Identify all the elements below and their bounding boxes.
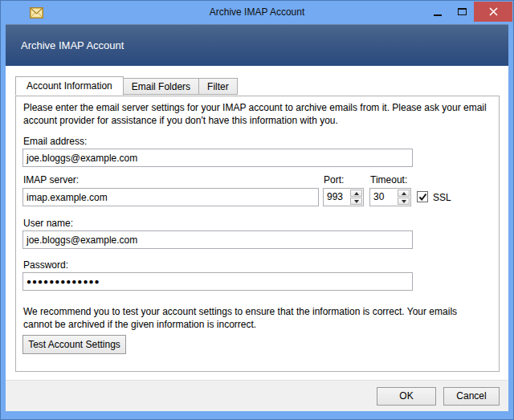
email-address-label: Email address: bbox=[23, 136, 87, 147]
dialog-content: Archive IMAP Account Account Information… bbox=[6, 24, 508, 411]
maximize-icon bbox=[458, 8, 467, 15]
port-spin-down-button[interactable] bbox=[350, 198, 362, 205]
port-spin-buttons bbox=[350, 190, 362, 205]
imap-server-input[interactable] bbox=[22, 188, 319, 206]
tab-filter[interactable]: Filter bbox=[198, 78, 238, 95]
dialog-header-title: Archive IMAP Account bbox=[21, 39, 124, 51]
password-label: Password: bbox=[23, 259, 68, 271]
user-name-input[interactable] bbox=[22, 230, 413, 249]
dialog-window: Archive IMAP Account Archive IMAP Accoun… bbox=[0, 0, 514, 420]
titlebar[interactable]: Archive IMAP Account bbox=[1, 1, 513, 24]
port-label: Port: bbox=[324, 174, 344, 186]
recommendation-text: We recommend you to test your account se… bbox=[23, 305, 487, 331]
timeout-spin-up-button[interactable] bbox=[398, 190, 410, 197]
ok-button[interactable]: OK bbox=[377, 387, 436, 406]
dialog-header-banner: Archive IMAP Account bbox=[6, 24, 508, 66]
dialog-footer: OK Cancel bbox=[6, 380, 508, 411]
dialog-body: Account Information Email Folders Filter… bbox=[6, 66, 508, 380]
email-address-input[interactable] bbox=[22, 149, 413, 167]
minimize-icon bbox=[434, 14, 442, 16]
imap-server-label: IMAP server: bbox=[23, 174, 79, 186]
tab-page-account-information: Please enter the email server settings f… bbox=[15, 96, 500, 372]
timeout-spin-buttons bbox=[398, 190, 410, 205]
down-arrow-icon bbox=[402, 200, 406, 203]
tab-strip: Account Information Email Folders Filter bbox=[15, 76, 238, 95]
password-input[interactable] bbox=[22, 272, 413, 291]
maximize-button[interactable] bbox=[450, 2, 474, 22]
intro-text: Please enter the email server settings f… bbox=[23, 101, 494, 127]
port-spin-up-button[interactable] bbox=[350, 190, 362, 197]
timeout-value: 30 bbox=[373, 191, 384, 202]
close-button[interactable] bbox=[474, 2, 512, 22]
up-arrow-icon bbox=[402, 192, 406, 195]
down-arrow-icon bbox=[354, 200, 359, 203]
timeout-spin-down-button[interactable] bbox=[398, 198, 410, 205]
tab-email-folders[interactable]: Email Folders bbox=[123, 78, 199, 95]
cancel-button[interactable]: Cancel bbox=[443, 387, 500, 406]
ssl-label: SSL bbox=[433, 192, 451, 203]
port-value: 993 bbox=[327, 191, 343, 202]
ssl-checkbox[interactable] bbox=[417, 191, 428, 202]
timeout-label: Timeout: bbox=[370, 174, 407, 186]
tab-account-information[interactable]: Account Information bbox=[15, 76, 124, 96]
window-controls bbox=[426, 2, 512, 22]
up-arrow-icon bbox=[354, 192, 359, 195]
minimize-button[interactable] bbox=[426, 2, 450, 22]
test-account-settings-button[interactable]: Test Account Settings bbox=[22, 335, 126, 354]
user-name-label: User name: bbox=[23, 218, 73, 229]
timeout-spinner[interactable]: 30 bbox=[369, 188, 411, 206]
port-spinner[interactable]: 993 bbox=[323, 188, 364, 206]
close-icon bbox=[489, 7, 498, 16]
checkmark-icon bbox=[418, 193, 427, 202]
